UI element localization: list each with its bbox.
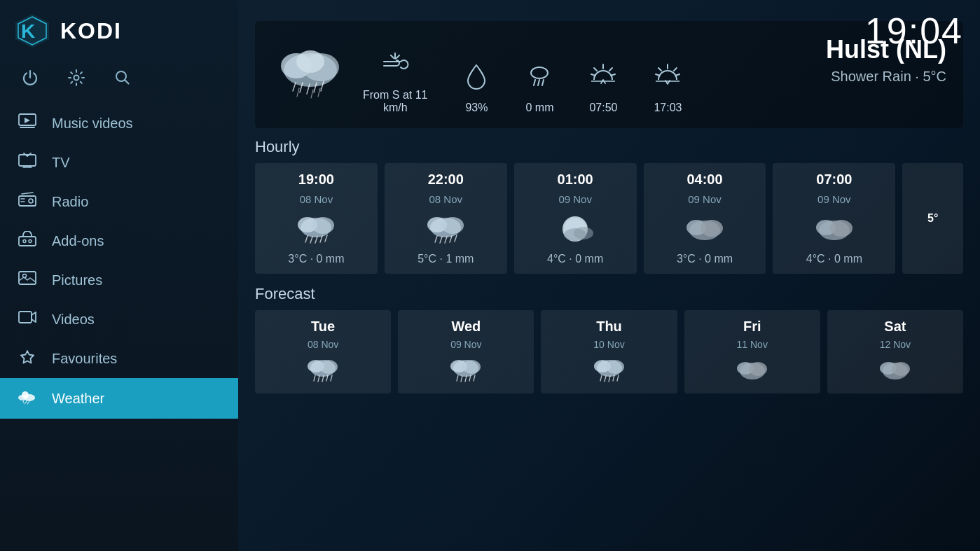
sidebar-item-weather[interactable]: Weather	[0, 378, 238, 419]
hourly-card-5[interactable]: 5°	[902, 163, 963, 274]
sidebar-navigation: Music videos TV Radio Add-ons	[0, 104, 238, 551]
sidebar-item-label-weather: Weather	[52, 391, 104, 407]
forecast-icon-4	[878, 354, 913, 385]
svg-line-22	[293, 83, 296, 91]
svg-point-10	[23, 240, 26, 243]
hourly-card-4[interactable]: 07:00 09 Nov 4°C · 0 mm	[773, 163, 895, 274]
svg-line-63	[440, 237, 442, 243]
hour-cond-1: 5°C · 1 mm	[417, 253, 474, 265]
humidity-icon	[462, 62, 490, 96]
wind-icon	[381, 49, 409, 83]
stat-sunrise: 07:50	[588, 62, 618, 114]
svg-point-35	[531, 67, 548, 78]
hour-icon-4	[813, 211, 855, 247]
svg-line-82	[322, 376, 324, 382]
hourly-card-1[interactable]: 22:00 08 Nov 5°C · 1 mm	[385, 163, 507, 274]
svg-line-66	[455, 235, 457, 242]
hourly-card-0[interactable]: 19:00 08 Nov 3°C · 0 mm	[255, 163, 378, 274]
hour-cond-3: 3°C · 0 mm	[677, 253, 733, 265]
sidebar-item-tv[interactable]: TV	[0, 143, 238, 182]
forecast-card-2[interactable]: Thu 10 Nov	[541, 310, 677, 393]
videos-icon	[17, 309, 38, 329]
current-weather-panel: From S at 11 km/h 93%	[255, 21, 963, 128]
hour-time-2: 01:00	[558, 172, 593, 188]
add-ons-icon	[17, 231, 38, 251]
hour-date-1: 08 Nov	[429, 193, 463, 205]
hourly-card-2[interactable]: 01:00 09 Nov 4°C · 0 mm	[514, 163, 637, 274]
hourly-card-3[interactable]: 04:00 09 Nov 3°C · 0 mm	[644, 163, 766, 274]
svg-line-47	[675, 74, 679, 76]
sunset-icon	[653, 62, 682, 96]
radio-icon	[17, 192, 38, 211]
svg-point-79	[319, 360, 338, 374]
forecast-day-3: Fri	[743, 319, 761, 335]
svg-line-41	[611, 74, 615, 76]
svg-line-29	[318, 88, 320, 97]
svg-line-56	[315, 237, 317, 243]
stat-wind: From S at 11 km/h	[363, 49, 427, 114]
svg-line-80	[314, 375, 315, 381]
hour-date-2: 09 Nov	[558, 193, 592, 205]
sunrise-value: 07:50	[589, 102, 617, 114]
svg-line-38	[542, 80, 544, 85]
svg-point-106	[892, 362, 910, 376]
hourly-row: 19:00 08 Nov 3°C · 0 mm 22:00 08 Nov	[255, 163, 963, 274]
sidebar-item-favourites[interactable]: Favourites	[0, 339, 238, 378]
stat-humidity: 93%	[462, 62, 490, 114]
svg-line-37	[538, 80, 539, 85]
svg-line-81	[318, 376, 319, 382]
svg-line-64	[445, 237, 447, 243]
stat-sunset: 17:03	[653, 62, 682, 114]
sidebar-item-add-ons[interactable]: Add-ons	[0, 221, 238, 260]
forecast-card-3[interactable]: Fri 11 Nov	[684, 310, 820, 393]
svg-line-40	[591, 74, 595, 76]
settings-icon[interactable]	[67, 69, 85, 91]
sidebar-item-radio[interactable]: Radio	[0, 182, 238, 221]
pictures-icon	[17, 270, 38, 290]
power-icon[interactable]	[21, 69, 39, 91]
forecast-date-4: 12 Nov	[880, 339, 911, 350]
forecast-card-0[interactable]: Tue 08 Nov	[255, 310, 391, 393]
forecast-day-2: Thu	[596, 319, 622, 335]
svg-point-11	[29, 240, 32, 243]
current-weather-icon	[272, 35, 349, 108]
tv-icon	[17, 153, 38, 172]
kodi-logo-icon: K	[14, 13, 50, 49]
forecast-icon-2	[592, 354, 627, 385]
search-icon[interactable]	[113, 69, 132, 91]
svg-line-58	[325, 235, 327, 242]
svg-line-98	[609, 376, 610, 382]
sidebar-item-label-add-ons: Add-ons	[52, 233, 104, 249]
svg-line-48	[658, 68, 661, 71]
forecast-card-4[interactable]: Sat 12 Nov	[827, 310, 963, 393]
hour-icon-3	[684, 211, 726, 247]
svg-line-89	[461, 376, 462, 382]
svg-point-73	[701, 220, 723, 237]
svg-line-46	[656, 74, 660, 76]
svg-line-100	[617, 375, 619, 381]
svg-line-54	[305, 236, 308, 242]
svg-line-92	[474, 375, 475, 381]
sidebar-item-videos[interactable]: Videos	[0, 300, 238, 339]
hour-time-1: 22:00	[428, 172, 464, 188]
sidebar-item-pictures[interactable]: Pictures	[0, 260, 238, 300]
favourites-icon	[17, 349, 38, 368]
sidebar-item-music-videos[interactable]: Music videos	[0, 104, 238, 143]
svg-line-90	[465, 376, 467, 382]
hour-icon-0	[295, 211, 337, 247]
svg-point-8	[29, 199, 33, 203]
forecast-row: Tue 08 Nov Wed 09 Nov	[255, 310, 963, 393]
music-videos-icon	[17, 113, 38, 133]
hour-cond-0: 3°C · 0 mm	[288, 253, 344, 265]
sidebar-item-label-music-videos: Music videos	[52, 116, 133, 132]
app-title: KODI	[60, 18, 122, 44]
svg-line-28	[311, 90, 313, 98]
sunrise-icon	[588, 62, 618, 96]
sidebar-item-label-favourites: Favourites	[52, 351, 117, 367]
forecast-icon-0	[305, 354, 340, 385]
forecast-card-1[interactable]: Wed 09 Nov	[398, 310, 534, 393]
svg-line-55	[310, 237, 312, 243]
hour-date-0: 08 Nov	[300, 193, 333, 205]
svg-point-103	[749, 362, 767, 376]
svg-line-88	[457, 375, 458, 381]
